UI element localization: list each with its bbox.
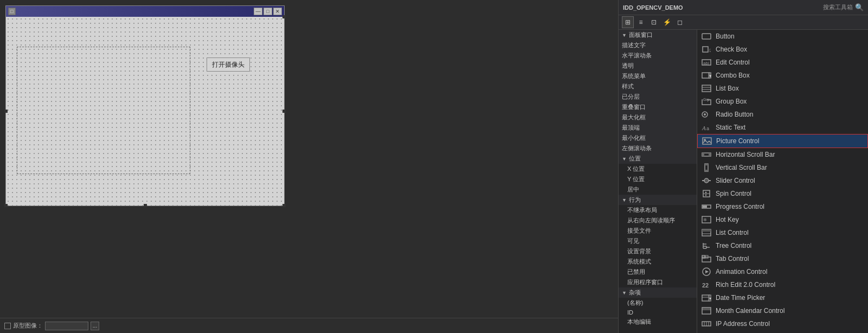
- section-position[interactable]: ▼ 位置: [619, 153, 697, 164]
- datetimepicker-label: Date Time Picker: [716, 294, 765, 302]
- svg-rect-33: [703, 206, 707, 208]
- dialog-titlebar: □ — □ ✕: [6, 6, 284, 17]
- section-id[interactable]: ID: [619, 308, 697, 317]
- checkbox-item[interactable]: ☑ Check Box: [697, 43, 868, 56]
- listcontrol-icon: [702, 228, 711, 238]
- editcontrol-item[interactable]: ab| Edit Control: [697, 56, 868, 69]
- search-icon[interactable]: 🔍: [855, 3, 864, 11]
- hotkey-item[interactable]: ✲ Hot Key: [697, 213, 868, 226]
- toolbox-event-btn[interactable]: ⚡: [661, 16, 673, 28]
- treecontrol-item[interactable]: Tree Control: [697, 239, 868, 252]
- resize-handle-mr[interactable]: [282, 110, 286, 113]
- section-name[interactable]: (名称): [619, 298, 697, 308]
- resize-handle-bm[interactable]: [144, 204, 147, 207]
- section-vscroll[interactable]: 左侧滚动条: [619, 143, 697, 153]
- listbox-item[interactable]: List Box: [697, 82, 868, 95]
- section-disabled[interactable]: 已禁用: [619, 267, 697, 277]
- ipaddress-label: IP Address Control: [716, 320, 770, 328]
- listcontrol-item[interactable]: List Control: [697, 226, 868, 239]
- section-xpos[interactable]: X 位置: [619, 164, 697, 174]
- radiobutton-item[interactable]: Radio Button: [697, 108, 868, 121]
- statictext-item[interactable]: Aa Static Text: [697, 121, 868, 134]
- dialog-title-buttons: — □ ✕: [254, 8, 282, 15]
- section-topmost[interactable]: 最顶端: [619, 123, 697, 133]
- tabcontrol-item[interactable]: Tab Control: [697, 252, 868, 265]
- section-style[interactable]: 样式: [619, 81, 697, 92]
- resize-handle-ml[interactable]: [4, 110, 8, 113]
- resize-handle-br[interactable]: [282, 204, 286, 207]
- svg-text:☑: ☑: [709, 48, 711, 53]
- groupbox-item[interactable]: Grp Group Box: [697, 95, 868, 108]
- section-panelwindow[interactable]: ▼ 面板窗口: [619, 30, 697, 40]
- tabcontrol-icon: [702, 254, 711, 264]
- toolbox-view3-btn[interactable]: ⊡: [648, 16, 660, 28]
- svg-point-15: [704, 113, 706, 116]
- prototype-browse-btn[interactable]: ...: [91, 322, 99, 330]
- svg-text:Grp: Grp: [703, 98, 710, 102]
- svg-text:22: 22: [702, 282, 709, 289]
- section-hscroll[interactable]: 水平滚动条: [619, 50, 697, 61]
- section-visible[interactable]: 可见: [619, 236, 697, 246]
- progresscontrol-icon: [702, 202, 711, 212]
- section-behavior[interactable]: ▼ 行为: [619, 195, 697, 205]
- picturecontrol-label: Picture Control: [716, 137, 759, 145]
- prototype-input[interactable]: [45, 322, 88, 330]
- restore-btn[interactable]: □: [263, 8, 272, 15]
- richedit-item[interactable]: 22 Rich Edit 2.0 Control: [697, 278, 868, 291]
- resize-handle-bl[interactable]: [4, 204, 8, 207]
- datetimepicker-item[interactable]: ▾ Date Time Picker: [697, 291, 868, 304]
- props-list[interactable]: ▼ 面板窗口 描述文字 水平滚动条 透明 系统菜单 样式 已分层 重叠窗口: [619, 30, 697, 333]
- animationcontrol-item[interactable]: Animation Control: [697, 265, 868, 278]
- section-acceptfiles[interactable]: 接受文件: [619, 226, 697, 236]
- groupbox-label: Group Box: [716, 98, 747, 105]
- hscrollbar-item[interactable]: Horizontal Scroll Bar: [697, 148, 868, 161]
- section-noinheritlayout[interactable]: 不继承布局: [619, 205, 697, 215]
- section-desctext[interactable]: 描述文字: [619, 40, 697, 50]
- hscrollbar-icon: [702, 150, 711, 159]
- section-appwindow[interactable]: 应用程序窗口: [619, 277, 697, 287]
- picturecontrol-item[interactable]: Picture Control: [697, 134, 868, 148]
- section-sysmodal[interactable]: 系统模式: [619, 257, 697, 267]
- toolbox-view2-btn[interactable]: ≡: [635, 16, 647, 28]
- section-ypos[interactable]: Y 位置: [619, 174, 697, 184]
- section-localedit[interactable]: 本地编辑: [619, 317, 697, 327]
- ipaddress-item[interactable]: IP Address Control: [697, 317, 868, 330]
- section-minimizebox[interactable]: 最小化框: [619, 133, 697, 143]
- section-rtlreading[interactable]: 从右向左阅读顺序: [619, 215, 697, 226]
- hotkey-label: Hot Key: [716, 216, 739, 223]
- section-misc[interactable]: ▼ 杂项: [619, 287, 697, 298]
- checkbox-label: Check Box: [716, 46, 747, 53]
- combobox-item[interactable]: ▾ Combo Box: [697, 69, 868, 82]
- monthcalendar-item[interactable]: Month Calendar Control: [697, 304, 868, 317]
- extendedcombo-item[interactable]: ▾ Extended Combo Box: [697, 330, 868, 333]
- groupbox-icon: Grp: [702, 97, 711, 106]
- statictext-label: Static Text: [716, 124, 745, 131]
- close-btn[interactable]: ✕: [273, 8, 282, 15]
- dialog-body[interactable]: 打开摄像头: [6, 17, 284, 206]
- toolbox-view1-btn[interactable]: ⊞: [622, 16, 634, 28]
- minimize-btn[interactable]: —: [254, 8, 262, 15]
- section-maximizebox[interactable]: 最大化框: [619, 112, 697, 123]
- treecontrol-label: Tree Control: [716, 242, 751, 249]
- resize-handle-tr[interactable]: [282, 15, 286, 18]
- progresscontrol-item[interactable]: Progress Control: [697, 200, 868, 213]
- spincontrol-item[interactable]: ▲▼ Spin Control: [697, 187, 868, 200]
- datetimepicker-icon: ▾: [702, 293, 711, 303]
- slidercontrol-item[interactable]: Slider Control: [697, 174, 868, 187]
- svg-text:A: A: [702, 125, 706, 131]
- section-layered[interactable]: 已分层: [619, 92, 697, 102]
- section-center[interactable]: 居中: [619, 184, 697, 195]
- prototype-checkbox[interactable]: [4, 323, 11, 329]
- open-camera-button[interactable]: 打开摄像头: [207, 57, 250, 72]
- vscrollbar-item[interactable]: Vertical Scroll Bar: [697, 161, 868, 174]
- section-setforeground[interactable]: 设置背景: [619, 246, 697, 257]
- button-item[interactable]: Button: [697, 30, 868, 43]
- toolbox: Button ☑ Check Box ab| Edit Control: [697, 30, 868, 333]
- right-panel: IDD_OPENCV_DEMO 搜索工具箱 🔍 ⊞ ≡ ⊡ ⚡ ◻ ▼ 面板窗口…: [618, 0, 868, 333]
- section-sysmenu[interactable]: 系统菜单: [619, 71, 697, 81]
- toolbox-toggle-btn[interactable]: ◻: [674, 16, 686, 28]
- svg-rect-22: [709, 153, 711, 156]
- dialog-window[interactable]: □ — □ ✕ 打开摄像头: [5, 5, 285, 206]
- section-overlapped[interactable]: 重叠窗口: [619, 102, 697, 112]
- section-transparent[interactable]: 透明: [619, 61, 697, 71]
